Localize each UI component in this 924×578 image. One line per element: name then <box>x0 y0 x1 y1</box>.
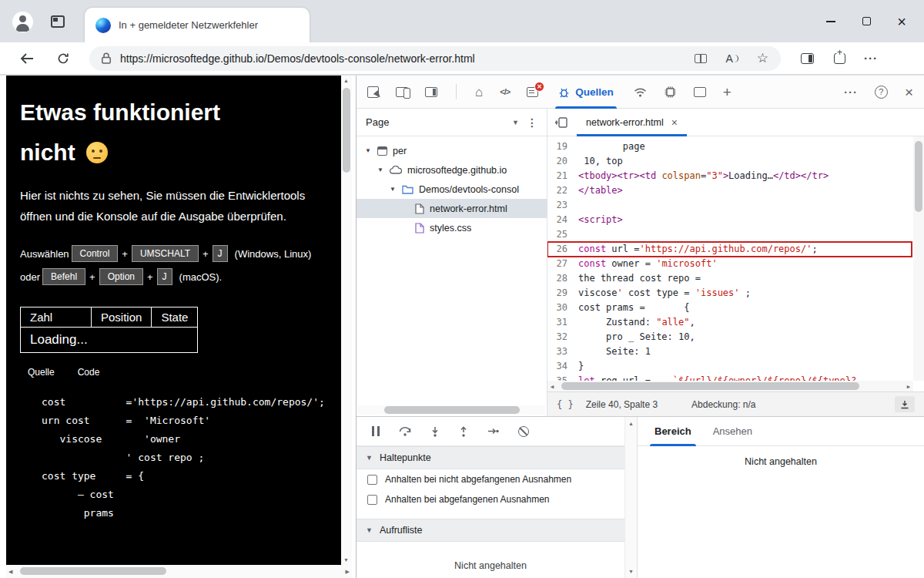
line-number[interactable]: 26 <box>547 242 578 257</box>
page-pane-tab[interactable]: Page <box>366 116 389 128</box>
close-tab-icon[interactable]: × <box>671 116 678 129</box>
favorite-star-icon[interactable]: ☆ <box>757 50 768 66</box>
scroll-right-icon[interactable]: ▶ <box>346 569 350 575</box>
code-text[interactable]: Seite: 1 <box>578 344 651 359</box>
tree-item-css-file[interactable]: styles.css <box>357 218 547 237</box>
checkbox[interactable] <box>367 495 377 505</box>
code-text[interactable]: <script> <box>578 213 623 227</box>
code-text[interactable]: pro _ Seite: 10, <box>578 330 695 344</box>
code-text[interactable]: 10, top <box>578 154 623 169</box>
navigator-scroll-thumb[interactable] <box>384 406 520 414</box>
memory-tab-icon[interactable] <box>694 87 706 97</box>
code-text[interactable]: </table> <box>578 183 623 198</box>
line-number[interactable]: 21 <box>547 169 578 183</box>
vertical-scroll-thumb[interactable] <box>343 88 350 173</box>
chevron-down-icon[interactable]: ▼ <box>389 186 397 193</box>
editor-vscroll-thumb[interactable] <box>915 141 922 212</box>
pause-script-icon[interactable] <box>372 426 380 436</box>
close-devtools-icon[interactable]: × <box>905 85 913 99</box>
console-tab-icon[interactable]: ✕ <box>527 87 538 97</box>
tab-bereich[interactable]: Bereich <box>644 417 702 446</box>
line-number[interactable]: 23 <box>547 198 578 213</box>
line-number[interactable]: 34 <box>547 359 578 374</box>
scroll-up-icon[interactable]: ▲ <box>343 78 349 83</box>
editor-vertical-scrollbar[interactable] <box>913 136 924 381</box>
copilot-sidebar-icon[interactable] <box>801 53 814 64</box>
line-number[interactable]: 28 <box>547 271 578 286</box>
welcome-tab-icon[interactable]: ⌂ <box>475 86 483 99</box>
hide-navigator-icon[interactable] <box>555 117 567 128</box>
network-tab-icon[interactable] <box>634 87 647 97</box>
line-number[interactable]: 27 <box>547 257 578 271</box>
line-number[interactable]: 33 <box>547 344 578 359</box>
collections-icon[interactable]: + <box>834 53 845 64</box>
line-number[interactable]: 24 <box>547 213 578 227</box>
step-out-icon[interactable] <box>459 426 468 437</box>
read-aloud-icon[interactable]: A <box>725 52 738 65</box>
step-into-icon[interactable] <box>430 426 440 437</box>
profile-avatar-icon[interactable] <box>12 12 33 32</box>
device-emulation-icon[interactable] <box>396 87 408 97</box>
tree-item-html-file[interactable]: network-error.html <box>357 199 547 218</box>
refresh-button[interactable] <box>57 52 69 65</box>
browser-menu-icon[interactable]: ··· <box>864 52 878 65</box>
split-screen-icon[interactable] <box>695 54 707 63</box>
checkbox[interactable] <box>367 475 377 485</box>
line-number[interactable]: 30 <box>547 301 578 315</box>
callstack-section-header[interactable]: ▼ Aufrufliste <box>357 519 624 542</box>
pane-menu-icon[interactable]: ⋮ <box>527 116 537 129</box>
elements-tab-icon[interactable]: </> <box>500 87 510 96</box>
tab-actions-icon[interactable] <box>51 15 65 28</box>
editor-hscroll-thumb[interactable] <box>561 382 859 390</box>
pane-dropdown-icon[interactable]: ▼ <box>512 119 519 126</box>
code-text[interactable]: viscose' cost type = 'issues' ; <box>578 286 751 301</box>
lock-icon[interactable] <box>102 52 111 64</box>
browser-tab[interactable]: In + gemeldeter Netzwerkfehler <box>85 8 310 42</box>
address-bar[interactable]: https://microsoftedge.github.io/Demos/de… <box>89 46 781 71</box>
tree-item-folder[interactable]: ▼ Demos/devtools-consol <box>357 180 547 199</box>
debugger-scrollbar[interactable]: ▲ ▼ <box>624 417 637 578</box>
line-number[interactable]: 31 <box>547 315 578 330</box>
line-number[interactable]: 25 <box>547 227 578 242</box>
help-icon[interactable]: ? <box>875 86 888 99</box>
scroll-right-icon[interactable]: ▶ <box>907 384 910 390</box>
code-text[interactable]: <tbody><tr><td colspan="3">Loading…</td>… <box>578 169 829 183</box>
sources-tab[interactable]: Quellen <box>555 76 617 109</box>
step-over-icon[interactable] <box>399 426 411 436</box>
inspect-element-icon[interactable] <box>367 86 379 98</box>
tree-item-domain[interactable]: ▼ microsoftedge.github.io <box>357 160 547 180</box>
tree-item-frame[interactable]: ▼ per <box>357 141 547 160</box>
line-number[interactable]: 29 <box>547 286 578 301</box>
editor-horizontal-scrollbar[interactable]: ◀ ▶ <box>547 381 913 391</box>
horizontal-scroll-thumb[interactable] <box>20 567 166 575</box>
close-window-button[interactable]: × <box>884 6 919 37</box>
deactivate-breakpoints-icon[interactable] <box>518 426 529 437</box>
uncaught-exceptions-checkbox-row[interactable]: Anhalten bei nicht abgefangenen Ausnahme… <box>357 469 624 489</box>
download-button[interactable] <box>895 396 915 412</box>
line-number[interactable]: 22 <box>547 183 578 198</box>
chevron-down-icon[interactable]: ▼ <box>364 147 372 154</box>
scroll-left-icon[interactable]: ◀ <box>8 569 12 575</box>
scroll-down-icon[interactable]: ▼ <box>343 557 349 563</box>
line-number[interactable]: 20 <box>547 154 578 169</box>
step-icon[interactable] <box>487 427 499 436</box>
code-text[interactable]: } <box>578 359 584 374</box>
scroll-left-icon[interactable]: ◀ <box>551 384 554 390</box>
page-horizontal-scrollbar[interactable]: ◀ ▶ <box>6 565 352 578</box>
chevron-down-icon[interactable]: ▼ <box>377 166 384 173</box>
editor-tab[interactable]: network-error.html × <box>577 109 687 136</box>
code-text[interactable]: Zustand: "alle", <box>578 315 695 330</box>
url-text[interactable]: https://microsoftedge.github.io/Demos/de… <box>120 52 475 65</box>
line-number[interactable]: 19 <box>547 139 578 154</box>
navigator-horizontal-scrollbar[interactable] <box>358 405 545 415</box>
code-text[interactable]: the thread cost repo = <box>578 271 701 286</box>
breakpoints-section-header[interactable]: ▼ Haltepunkte <box>357 446 624 469</box>
maximize-button[interactable] <box>849 6 884 37</box>
performance-tab-icon[interactable] <box>664 86 677 98</box>
pretty-print-button[interactable]: { } <box>557 399 574 410</box>
page-vertical-scrollbar[interactable]: ▲ ▼ <box>341 76 352 565</box>
devtools-menu-icon[interactable]: ··· <box>844 86 858 99</box>
tab-ansehen[interactable]: Ansehen <box>702 417 763 446</box>
minimize-button[interactable] <box>813 6 849 37</box>
back-button[interactable] <box>20 52 34 65</box>
